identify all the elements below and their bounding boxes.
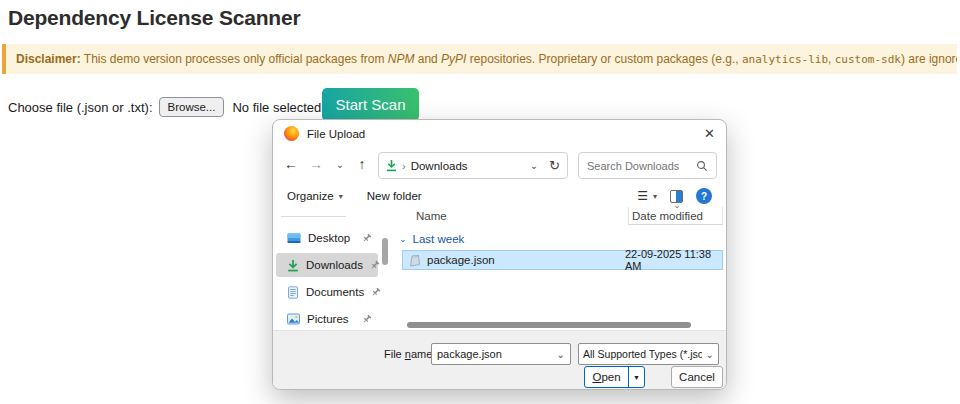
- sidebar-item-downloads[interactable]: Downloads: [276, 253, 378, 277]
- documents-icon: [287, 286, 299, 299]
- address-dropdown-icon[interactable]: ⌄: [530, 160, 538, 171]
- dialog-title: File Upload: [307, 128, 365, 140]
- sidebar-item-documents[interactable]: Documents: [276, 280, 378, 304]
- page-title: Dependency License Scanner: [8, 6, 300, 30]
- open-label-rest: pen: [601, 371, 620, 383]
- new-folder-label: New folder: [367, 190, 422, 202]
- open-button[interactable]: Open ▼: [584, 366, 645, 388]
- sidebar-divider: [281, 216, 346, 217]
- file-status-text: No file selected.: [232, 100, 325, 115]
- file-date-cell: 22-09-2025 11:38 AM: [625, 248, 722, 272]
- file-name-cell: package.json: [427, 254, 495, 266]
- sort-chevron-icon[interactable]: ⌄: [671, 200, 683, 210]
- pin-icon[interactable]: [362, 233, 372, 243]
- sidebar-item-label: Downloads: [306, 259, 363, 271]
- forward-icon[interactable]: →: [307, 156, 325, 172]
- disclaimer-text-2: and: [414, 52, 441, 66]
- disclaimer-text-4: ,: [828, 52, 835, 66]
- file-type-dropdown-icon: ⌄: [706, 349, 714, 360]
- organize-label: Organize: [287, 190, 334, 202]
- browse-button[interactable]: Browse...: [159, 97, 225, 117]
- search-icon: [696, 160, 708, 172]
- choose-file-label: Choose file (.json or .txt):: [8, 100, 153, 115]
- views-caret-icon: ▾: [653, 192, 657, 201]
- disclaimer-banner: Disclaimer: This demo version processes …: [2, 44, 957, 74]
- disclaimer-code-1: analytics-lib: [742, 53, 828, 66]
- search-input[interactable]: [587, 160, 696, 172]
- json-file-icon: [408, 254, 421, 267]
- downloads-folder-icon: [386, 159, 397, 172]
- dialog-toolbar: Organize ▾ New folder ☰ ▾ ?: [273, 183, 726, 209]
- pin-icon[interactable]: [370, 260, 380, 270]
- open-button-label: Open: [585, 367, 628, 387]
- disclaimer-text-1: This demo version processes only officia…: [81, 52, 388, 66]
- sidebar-item-label: Pictures: [307, 313, 355, 325]
- group-label: Last week: [413, 233, 465, 245]
- sidebar-scrollbar[interactable]: [382, 238, 388, 265]
- pictures-icon: [287, 313, 300, 325]
- disclaimer-text-3: repositories. Proprietary or custom pack…: [466, 52, 741, 66]
- open-split-caret-icon[interactable]: ▼: [628, 367, 644, 387]
- pin-icon[interactable]: [362, 314, 372, 324]
- file-list-horizontal-scrollbar[interactable]: [407, 322, 691, 328]
- address-bar[interactable]: › Downloads ⌄ ↻: [378, 152, 568, 179]
- open-label-accesskey: O: [592, 371, 601, 383]
- downloads-icon: [287, 259, 299, 272]
- file-name-dropdown-icon[interactable]: ⌄: [557, 349, 565, 360]
- file-name-input[interactable]: [437, 348, 553, 360]
- file-chooser-row: Choose file (.json or .txt): Browse... N…: [8, 95, 325, 119]
- close-icon[interactable]: ✕: [704, 127, 715, 140]
- pin-icon[interactable]: [371, 287, 381, 297]
- dialog-title-bar[interactable]: File Upload ✕: [273, 120, 726, 147]
- list-view-icon: ☰: [637, 189, 648, 203]
- group-chevron-icon: ⌄: [399, 234, 407, 244]
- start-scan-button[interactable]: Start Scan: [322, 88, 419, 121]
- disclaimer-label: Disclaimer:: [16, 52, 81, 66]
- desktop-icon: [287, 232, 301, 245]
- navigation-row: ← → ⌄ ↑ › Downloads ⌄ ↻: [273, 147, 726, 183]
- breadcrumb-chevron-icon: ›: [402, 160, 406, 172]
- file-upload-dialog: File Upload ✕ ← → ⌄ ↑ › Downloads ⌄ ↻: [272, 119, 727, 390]
- disclaimer-npm: NPM: [388, 52, 415, 66]
- organize-caret-icon: ▾: [339, 192, 343, 201]
- breadcrumb-current-folder[interactable]: Downloads: [411, 160, 468, 172]
- disclaimer-pypi: PyPI: [441, 52, 466, 66]
- sidebar-item-label: Documents: [306, 286, 364, 298]
- views-button[interactable]: ☰ ▾: [637, 189, 657, 203]
- group-header-last-week[interactable]: ⌄ Last week: [399, 231, 464, 247]
- disclaimer-text-5: ) are ignored in this demo.: [901, 52, 957, 66]
- history-dropdown-icon[interactable]: ⌄: [331, 159, 349, 170]
- sidebar-item-pictures[interactable]: Pictures: [276, 307, 378, 331]
- organize-button[interactable]: Organize ▾: [287, 190, 343, 202]
- up-icon[interactable]: ↑: [353, 156, 371, 172]
- refresh-icon[interactable]: ↻: [549, 158, 560, 173]
- file-name-label: File name:: [384, 348, 435, 360]
- column-header-name[interactable]: Name: [391, 207, 629, 225]
- search-box: [578, 152, 717, 179]
- file-name-combo: ⌄: [431, 343, 571, 365]
- disclaimer-code-2: custom-sdk: [835, 53, 901, 66]
- cancel-button[interactable]: Cancel: [671, 366, 723, 388]
- sidebar-item-desktop[interactable]: Desktop: [276, 226, 378, 250]
- sidebar-item-label: Desktop: [308, 232, 355, 244]
- file-name-label-pre: File: [384, 348, 405, 360]
- file-type-select[interactable]: All Supported Types (*.json;*.txt ⌄: [578, 343, 719, 365]
- firefox-icon: [284, 126, 299, 141]
- file-type-value: All Supported Types (*.json;*.txt: [583, 348, 702, 360]
- new-folder-button[interactable]: New folder: [367, 190, 422, 202]
- file-row-package-json[interactable]: package.json 22-09-2025 11:38 AM: [402, 250, 723, 270]
- back-icon[interactable]: ←: [282, 156, 300, 172]
- help-icon[interactable]: ?: [696, 188, 712, 204]
